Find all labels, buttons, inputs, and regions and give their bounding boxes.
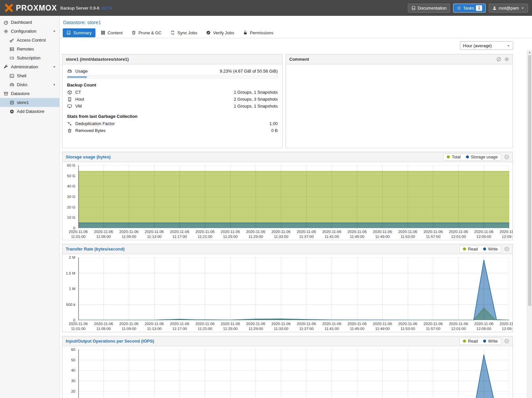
tab-prune-gc[interactable]: Prune & GC [128, 28, 165, 37]
legend-read[interactable]: Read [463, 247, 478, 251]
documentation-button[interactable]: Documentation [408, 4, 450, 13]
x-tick-label: 2020-11-0611:05:00 [94, 229, 113, 239]
proxmox-x-icon [4, 3, 14, 13]
legend-storage-usage[interactable]: Storage usage [466, 155, 498, 159]
timeframe-select[interactable]: Hour (average) [460, 41, 513, 50]
x-tick-date: 2020-11-06 [373, 321, 392, 326]
scroll-up-arrow[interactable] [527, 50, 532, 55]
x-tick-date: 2020-11-06 [69, 229, 88, 234]
x-tick-label: 2020-11-0611:49:00 [373, 229, 392, 239]
x-tick-date: 2020-11-06 [120, 229, 139, 234]
x-tick-time: 11:57:00 [424, 326, 443, 331]
tab-sync-jobs[interactable]: Sync Jobs [167, 28, 201, 37]
x-tick-time: 11:45:00 [347, 234, 367, 239]
row-label: Deduplication Factor [75, 121, 115, 126]
x-tick-time: 11:05:00 [94, 234, 113, 239]
sidebar-item-label: Remotes [17, 47, 34, 51]
tab-label: Summary [73, 30, 92, 35]
x-tick-time: 11:09:00 [120, 234, 139, 239]
collapse-icon[interactable] [504, 247, 509, 251]
x-tick-label: 2020-11-0612:09:00 [500, 321, 513, 331]
trash-icon [131, 30, 136, 35]
sidebar-item-configuration[interactable]: Configuration [0, 27, 59, 36]
desktop-icon [67, 104, 72, 109]
trash-icon [67, 128, 72, 133]
legend-write[interactable]: Write [483, 247, 498, 251]
backup-count-title: Backup Count [67, 83, 278, 87]
x-tick-date: 2020-11-06 [271, 321, 291, 326]
x-tick-date: 2020-11-06 [424, 321, 443, 326]
x-tick-time: 11:17:00 [170, 326, 189, 331]
toolbar: Hour (average) [60, 38, 532, 53]
x-tick-date: 2020-11-06 [398, 321, 417, 326]
scroll-thumb[interactable] [528, 55, 531, 306]
sidebar-item-datastore[interactable]: Datastore [0, 89, 59, 98]
sidebar-item-subscription[interactable]: Subscription [0, 53, 59, 62]
y-tick-label: 10 G [67, 216, 75, 219]
comment-panel: Comment [286, 54, 513, 148]
gear-icon[interactable] [504, 57, 509, 62]
caret-down-icon[interactable] [52, 65, 57, 69]
sidebar-item-dashboard[interactable]: Dashboard [0, 18, 59, 27]
sidebar-item-label: Disks [17, 82, 27, 87]
y-tick-label: 1 M [69, 287, 75, 291]
x-tick-label: 2020-11-0611:49:00 [373, 321, 392, 331]
sidebar-item-label: Dashboard [11, 20, 32, 25]
tasks-icon [457, 6, 461, 10]
x-tick-time: 11:13:00 [145, 234, 164, 239]
brand-name: PROXMOX [16, 4, 57, 13]
x-tick-date: 2020-11-06 [297, 229, 316, 234]
tasks-button[interactable]: Tasks 1 [453, 4, 486, 13]
tab-permissions[interactable]: Permissions [239, 28, 277, 37]
x-tick-time: 11:29:00 [246, 234, 265, 239]
x-tick-date: 2020-11-06 [195, 229, 215, 234]
x-tick-time: 11:37:00 [297, 326, 316, 331]
caret-right-icon[interactable] [52, 83, 57, 86]
x-tick-date: 2020-11-06 [120, 321, 139, 326]
vertical-scrollbar[interactable] [527, 50, 532, 398]
legend-read[interactable]: Read [463, 339, 478, 344]
tab-verify-jobs[interactable]: Verify Jobs [202, 28, 238, 37]
sidebar-item-store1[interactable]: store1 [0, 98, 59, 107]
x-tick-time: 11:21:00 [195, 234, 215, 239]
legend-label: Write [488, 339, 498, 344]
x-tick-date: 2020-11-06 [69, 321, 88, 326]
legend-total[interactable]: Total [447, 155, 460, 159]
sidebar-item-disks[interactable]: Disks [0, 80, 59, 89]
row-value: 1 Groups, 1 Snapshots [234, 90, 278, 95]
beta-link[interactable]: BETA [101, 6, 112, 11]
tab-content[interactable]: Content [97, 28, 126, 37]
x-tick-time: 11:33:00 [271, 234, 291, 239]
tab-label: Prune & GC [138, 30, 161, 35]
circle-slash-icon[interactable] [496, 57, 501, 62]
sidebar-item-shell[interactable]: Shell [0, 71, 59, 80]
comment-body[interactable] [286, 64, 513, 130]
x-tick-date: 2020-11-06 [170, 321, 189, 326]
sidebar-item-remotes[interactable]: Remotes [0, 45, 59, 53]
sidebar: DashboardConfigurationAccess ControlRemo… [0, 16, 60, 398]
collapse-icon[interactable] [504, 339, 509, 344]
sidebar-item-add-datastore[interactable]: Add Datastore [0, 107, 59, 116]
x-tick-date: 2020-11-06 [271, 229, 291, 234]
user-menu-button[interactable]: root@pam [489, 4, 528, 13]
x-tick-label: 2020-11-0611:29:00 [246, 229, 265, 239]
x-tick-label: 2020-11-0612:09:00 [500, 229, 513, 239]
topbar: PROXMOX Backup Server 0.9-6 BETA Documen… [0, 0, 532, 16]
x-tick-date: 2020-11-06 [246, 229, 265, 234]
row-value: 2 Groups, 3 Snapshots [234, 97, 278, 102]
sidebar-item-label: Administration [11, 64, 38, 69]
row-label: Removed Bytes [75, 128, 106, 133]
sidebar-item-administration[interactable]: Administration [0, 62, 59, 71]
legend-label: Read [468, 247, 478, 251]
caret-down-icon[interactable] [52, 29, 57, 33]
x-tick-time: 11:25:00 [221, 234, 240, 239]
tab-summary[interactable]: Summary [63, 28, 95, 37]
collapse-icon[interactable] [504, 154, 509, 159]
sidebar-item-access-control[interactable]: Access Control [0, 36, 59, 45]
legend-dot [463, 340, 466, 343]
x-tick-label: 2020-11-0611:09:00 [120, 321, 139, 331]
transfer-rate-chart-panel: Transfer Rate (bytes/second) ReadWrite 0… [62, 244, 513, 332]
legend-write[interactable]: Write [483, 339, 498, 344]
x-tick-time: 11:49:00 [373, 326, 392, 331]
x-tick-date: 2020-11-06 [145, 229, 164, 234]
